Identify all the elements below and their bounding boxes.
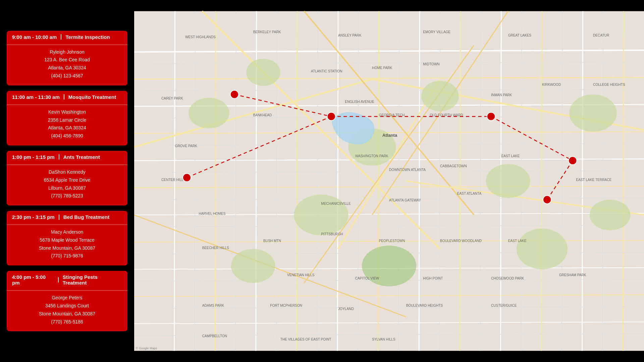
address1-3: 6534 Apple Tree Drive xyxy=(12,176,122,184)
customer-name-2: Kevin Washington xyxy=(12,108,122,116)
svg-point-124 xyxy=(543,196,551,204)
svg-text:DOWNTOWN ATLANTA: DOWNTOWN ATLANTA xyxy=(389,168,426,172)
svg-text:BEECHER HILLS: BEECHER HILLS xyxy=(202,246,229,250)
svg-text:CENTER HILL: CENTER HILL xyxy=(161,178,183,182)
address2-5: Stone Mountain, GA 30087 xyxy=(12,310,122,318)
svg-point-119 xyxy=(230,90,238,98)
svg-text:Atlanta: Atlanta xyxy=(382,133,397,138)
svg-text:MECHANICSVILLE: MECHANICSVILLE xyxy=(321,202,351,205)
svg-text:OLD FOURTH WARD: OLD FOURTH WARD xyxy=(430,113,463,117)
card-body-2: Kevin Washington 2356 Lamar Circle Atlan… xyxy=(7,108,127,140)
separator-2 xyxy=(64,94,64,100)
customer-name-1: Ryleigh Johnson xyxy=(12,48,122,56)
svg-text:PEOPLESTOWN: PEOPLESTOWN xyxy=(379,239,405,243)
svg-text:COLLEGE HEIGHTS: COLLEGE HEIGHTS xyxy=(593,83,625,86)
service-label-3: Ants Treatment xyxy=(63,154,100,160)
time-label-1: 9:00 am - 10:00 am xyxy=(12,34,57,40)
time-label-5: 4:00 pm - 5:00 pm xyxy=(12,274,54,286)
svg-text:HARVEL HOMES: HARVEL HOMES xyxy=(199,212,226,216)
svg-text:ENGLISH AVENUE: ENGLISH AVENUE xyxy=(345,100,374,104)
appointment-card-4: 2:30 pm - 3:15 pm Bed Bug Treatment Macy… xyxy=(7,211,127,265)
card-header-2: 11:00 am - 11:30 am Mosquito Treatment xyxy=(7,91,127,103)
map-svg: Atlanta WEST HIGHLANDS BERKELEY PARK ANS… xyxy=(134,0,644,362)
svg-text:WASHINGTON PARK: WASHINGTON PARK xyxy=(355,154,388,158)
service-label-4: Bed Bug Treatment xyxy=(63,214,110,220)
time-label-4: 2:30 pm - 3:15 pm xyxy=(12,214,55,220)
separator-4 xyxy=(59,215,59,220)
address2-2: Atlanta, GA 30324 xyxy=(12,124,122,132)
svg-text:GRESHAM PARK: GRESHAM PARK xyxy=(559,273,586,277)
svg-text:VENETIAN HILLS: VENETIAN HILLS xyxy=(287,273,315,277)
card-divider-2 xyxy=(7,105,127,105)
address2-3: Lilburn, GA 30087 xyxy=(12,184,122,192)
separator-3 xyxy=(59,154,59,160)
address1-1: 123 A. Bee Cee Road xyxy=(12,56,122,64)
appointment-card-3: 1:00 pm - 1:15 pm Ants Treatment DaShon … xyxy=(7,151,127,205)
card-divider-4 xyxy=(7,225,127,225)
svg-text:ATLANTIC STATION: ATLANTIC STATION xyxy=(311,69,342,73)
svg-text:GROVE PARK: GROVE PARK xyxy=(175,144,197,148)
svg-text:WEST HIGHLANDS: WEST HIGHLANDS xyxy=(185,35,216,39)
card-divider-5 xyxy=(7,290,127,291)
svg-text:BANKHEAD: BANKHEAD xyxy=(253,113,272,117)
svg-point-122 xyxy=(487,112,495,120)
address2-4: Stone Mountain, GA 30087 xyxy=(12,244,122,252)
card-header-1: 9:00 am - 10:00 am Termite Inspection xyxy=(7,31,127,43)
service-label-5: Stinging Pests Treatment xyxy=(63,274,122,286)
customer-name-3: DaShon Kennedy xyxy=(12,168,122,176)
card-body-3: DaShon Kennedy 6534 Apple Tree Drive Lil… xyxy=(7,168,127,200)
card-body-1: Ryleigh Johnson 123 A. Bee Cee Road Atla… xyxy=(7,48,127,80)
appointments-panel: 9:00 am - 10:00 am Termite Inspection Ry… xyxy=(0,0,134,362)
svg-text:EAST LAKE: EAST LAKE xyxy=(508,239,527,243)
svg-point-55 xyxy=(189,98,229,128)
svg-text:EAST LAKE TERRACE: EAST LAKE TERRACE xyxy=(576,178,611,182)
svg-text:JOYLAND: JOYLAND xyxy=(338,307,354,311)
service-label-1: Termite Inspection xyxy=(65,34,110,40)
svg-text:MIDTOWN: MIDTOWN xyxy=(423,62,439,66)
svg-text:HIGH POINT: HIGH POINT xyxy=(423,277,443,280)
phone-4: (770) 715-9876 xyxy=(12,252,122,260)
phone-1: (404) 123-4567 xyxy=(12,72,122,80)
svg-text:CHOSEWOOD PARK: CHOSEWOOD PARK xyxy=(491,277,524,280)
svg-text:CABBAGETOWN: CABBAGETOWN xyxy=(440,164,467,168)
customer-name-5: George Peters xyxy=(12,294,122,302)
address1-2: 2356 Lamar Circle xyxy=(12,116,122,124)
svg-point-60 xyxy=(486,164,530,198)
svg-text:© Google Maps: © Google Maps xyxy=(136,347,157,350)
appointment-card-5: 4:00 pm - 5:00 pm Stinging Pests Treatme… xyxy=(7,271,127,331)
svg-point-58 xyxy=(294,195,348,236)
service-label-2: Mosquito Treatment xyxy=(68,94,116,100)
svg-line-18 xyxy=(419,11,420,351)
card-header-4: 2:30 pm - 3:15 pm Bed Bug Treatment xyxy=(7,211,127,223)
card-body-4: Macy Anderson 5678 Maple Wood Terrace St… xyxy=(7,228,127,260)
phone-3: (770) 789-5223 xyxy=(12,192,122,200)
svg-text:DECATUR: DECATUR xyxy=(593,34,609,37)
svg-text:BOULEVARD WOODLAND: BOULEVARD WOODLAND xyxy=(440,239,482,243)
svg-point-63 xyxy=(231,249,275,283)
svg-text:CAMPBELLTON: CAMPBELLTON xyxy=(202,334,227,338)
appointment-card-2: 11:00 am - 11:30 am Mosquito Treatment K… xyxy=(7,91,127,145)
phone-2: (404) 456-7890 xyxy=(12,132,122,140)
svg-text:HOME PARK: HOME PARK xyxy=(372,66,392,70)
svg-text:EAST LAKE: EAST LAKE xyxy=(501,154,520,158)
map-container: Atlanta WEST HIGHLANDS BERKELEY PARK ANS… xyxy=(134,0,644,362)
svg-text:ATLANTA GATEWAY: ATLANTA GATEWAY xyxy=(389,198,421,202)
svg-text:CAPITOL VIEW: CAPITOL VIEW xyxy=(355,277,379,280)
svg-point-56 xyxy=(246,59,280,86)
svg-text:INMAN PARK: INMAN PARK xyxy=(491,93,512,97)
address1-5: 3456 Landings Court xyxy=(12,302,122,310)
card-divider-3 xyxy=(7,165,127,165)
time-label-2: 11:00 am - 11:30 am xyxy=(12,94,60,100)
svg-point-121 xyxy=(183,174,191,182)
time-label-3: 1:00 pm - 1:15 pm xyxy=(12,154,55,160)
card-body-5: George Peters 3456 Landings Court Stone … xyxy=(7,294,127,326)
svg-text:ADAMS PARK: ADAMS PARK xyxy=(202,304,224,307)
svg-text:EMORY VILLAGE: EMORY VILLAGE xyxy=(423,30,450,34)
svg-point-123 xyxy=(569,157,577,165)
address2-1: Atlanta, GA 30324 xyxy=(12,64,122,72)
svg-text:EAST ATLANTA: EAST ATLANTA xyxy=(457,192,482,195)
svg-point-65 xyxy=(590,200,631,230)
customer-name-4: Macy Anderson xyxy=(12,228,122,236)
svg-text:SYLVAN HILLS: SYLVAN HILLS xyxy=(372,338,395,341)
card-header-3: 1:00 pm - 1:15 pm Ants Treatment xyxy=(7,151,127,163)
